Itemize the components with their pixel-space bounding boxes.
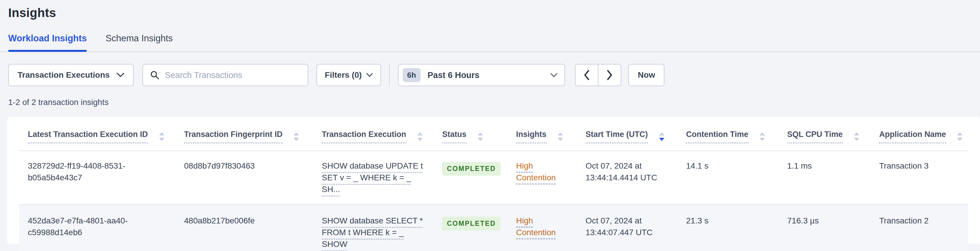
table-row: 452da3e7-e7fa-4801-aa40-c59988d14eb6 480… (19, 205, 968, 251)
transaction-statement-link[interactable]: SHOW database UPDATE t SET v = _ WHERE k… (322, 161, 423, 194)
column-header-contention-time[interactable]: Contention Time (677, 117, 778, 151)
previous-range-button[interactable] (575, 64, 598, 86)
time-range-pager (575, 64, 621, 86)
cell-transaction-execution: SHOW database SELECT * FROM t WHERE k = … (313, 205, 433, 251)
sort-icon[interactable] (854, 132, 859, 141)
cell-fingerprint-id: 08d8b7d97f830463 (175, 151, 313, 205)
sort-icon[interactable] (558, 132, 563, 141)
high-contention-link[interactable]: High Contention (516, 216, 556, 237)
table-header-row: Latest Transaction Execution ID Transact… (19, 117, 968, 151)
cell-execution-id: 328729d2-ff19-4408-8531-b05a5b4e43c7 (19, 151, 175, 205)
cell-contention-time: 21.3 s (677, 205, 778, 251)
column-header-transaction-execution[interactable]: Transaction Execution (313, 117, 433, 151)
time-shortcut-badge: 6h (402, 68, 420, 82)
controls-row: Transaction Executions Filters (0) 6h Pa… (8, 64, 972, 86)
controls-divider (389, 64, 390, 86)
column-header-sql-cpu-time[interactable]: SQL CPU Time (778, 117, 870, 151)
results-count: 1-2 of 2 transaction insights (8, 98, 972, 107)
search-icon (150, 70, 159, 80)
chevron-down-icon (366, 73, 373, 77)
chevron-down-icon (550, 73, 557, 77)
tab-bar: Workload Insights Schema Insights (0, 34, 980, 52)
cell-fingerprint-id: 480a8b217be006fe (175, 205, 313, 251)
table-row: 328729d2-ff19-4408-8531-b05a5b4e43c7 08d… (19, 151, 968, 205)
sort-icon[interactable] (478, 132, 483, 141)
now-button[interactable]: Now (628, 64, 664, 86)
high-contention-link[interactable]: High Contention (516, 161, 556, 182)
cell-transaction-execution: SHOW database UPDATE t SET v = _ WHERE k… (313, 151, 433, 205)
column-header-status[interactable]: Status (433, 117, 507, 151)
filters-dropdown[interactable]: Filters (0) (317, 64, 381, 86)
cell-sql-cpu-time: 1.1 ms (778, 151, 870, 205)
caret-right-icon (607, 70, 612, 80)
cell-status: COMPLETED (433, 205, 507, 251)
caret-left-icon (584, 70, 590, 80)
sort-icon[interactable] (957, 132, 963, 141)
status-badge: COMPLETED (442, 217, 501, 230)
chevron-down-icon (117, 73, 124, 77)
cell-status: COMPLETED (433, 151, 507, 205)
execution-type-label: Transaction Executions (18, 70, 110, 80)
execution-type-dropdown[interactable]: Transaction Executions (8, 64, 134, 86)
column-header-start-time[interactable]: Start Time (UTC) (577, 117, 677, 151)
time-range-label: Past 6 Hours (428, 70, 544, 80)
sort-desc-icon[interactable] (659, 132, 664, 141)
search-input[interactable] (165, 70, 301, 80)
cell-contention-time: 14.1 s (677, 151, 778, 205)
insights-table-card: Latest Transaction Execution ID Transact… (7, 117, 980, 244)
sort-icon[interactable] (159, 132, 164, 141)
cell-start-time: Oct 07, 2024 at 13:44:07.447 UTC (577, 205, 677, 251)
column-header-fingerprint-id[interactable]: Transaction Fingerprint ID (175, 117, 313, 151)
cell-sql-cpu-time: 716.3 µs (778, 205, 870, 251)
tab-workload-insights[interactable]: Workload Insights (8, 34, 87, 51)
cell-start-time: Oct 07, 2024 at 13:44:14.4414 UTC (577, 151, 677, 205)
column-header-application-name[interactable]: Application Name (870, 117, 968, 151)
page-title: Insights (0, 0, 980, 20)
sort-icon[interactable] (294, 132, 299, 141)
transaction-insights-table: Latest Transaction Execution ID Transact… (19, 117, 968, 251)
column-header-latest-execution-id[interactable]: Latest Transaction Execution ID (19, 117, 175, 151)
column-header-insights[interactable]: Insights (507, 117, 577, 151)
cell-insights: High Contention (507, 205, 577, 251)
tab-schema-insights[interactable]: Schema Insights (105, 34, 173, 51)
status-badge: COMPLETED (442, 162, 501, 176)
cell-execution-id: 452da3e7-e7fa-4801-aa40-c59988d14eb6 (19, 205, 175, 251)
cell-application-name: Transaction 2 (870, 205, 968, 251)
transaction-statement-link[interactable]: SHOW database SELECT * FROM t WHERE k = … (322, 216, 423, 251)
sort-icon[interactable] (760, 132, 765, 141)
next-range-button[interactable] (598, 64, 621, 86)
now-label: Now (638, 70, 655, 80)
sort-icon[interactable] (417, 132, 423, 141)
filters-label: Filters (0) (325, 70, 362, 80)
cell-insights: High Contention (507, 151, 577, 205)
time-range-picker[interactable]: 6h Past 6 Hours (398, 64, 565, 86)
search-box[interactable] (142, 64, 308, 86)
insights-page: Insights Workload Insights Schema Insigh… (0, 0, 980, 251)
cell-application-name: Transaction 3 (870, 151, 968, 205)
